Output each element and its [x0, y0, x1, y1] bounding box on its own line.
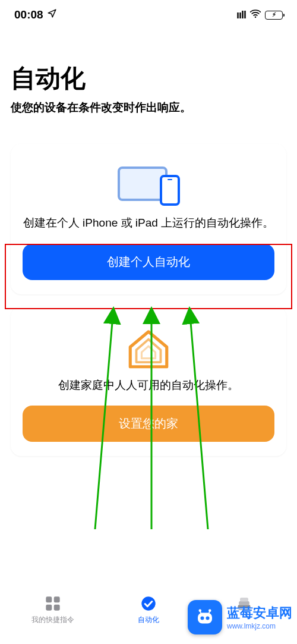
status-bar: 00:08 ııll ⚡︎: [0, 0, 297, 27]
shortcuts-icon: [44, 595, 62, 612]
devices-icon: [23, 161, 274, 212]
battery-icon: ⚡︎: [265, 11, 283, 20]
home-icon: [23, 323, 274, 374]
svg-point-0: [255, 17, 257, 18]
wifi-icon: [249, 8, 261, 22]
setup-home-button[interactable]: 设置您的家: [23, 406, 274, 442]
status-left: 00:08: [14, 8, 57, 21]
svg-rect-3: [46, 605, 52, 611]
watermark-url: www.lmkjz.com: [227, 622, 292, 630]
content: 自动化 使您的设备在条件改变时作出响应。 创建在个人 iPhone 或 iPad…: [0, 27, 297, 588]
automation-icon: [140, 595, 157, 612]
personal-card-desc: 创建在个人 iPhone 或 iPad 上运行的自动化操作。: [23, 215, 274, 231]
tab-automation[interactable]: 自动化: [138, 595, 159, 625]
watermark-robot-icon: [188, 600, 222, 634]
status-time: 00:08: [14, 8, 43, 21]
page-subtitle: 使您的设备在条件改变时作出响应。: [11, 100, 286, 115]
tab-shortcuts[interactable]: 我的快捷指令: [31, 595, 74, 625]
page-title: 自动化: [11, 62, 286, 95]
svg-rect-4: [54, 605, 60, 611]
home-automation-card: 创建家庭中人人可用的自动化操作。 设置您的家: [11, 306, 286, 457]
create-personal-automation-button[interactable]: 创建个人自动化: [23, 244, 274, 280]
location-icon: [47, 8, 57, 21]
svg-point-14: [206, 617, 210, 620]
svg-point-13: [201, 617, 204, 620]
svg-point-5: [141, 596, 155, 610]
watermark: 蓝莓安卓网 www.lmkjz.com: [188, 600, 297, 634]
status-right: ııll ⚡︎: [236, 8, 283, 22]
tab-automation-label: 自动化: [138, 615, 159, 625]
cellular-signal-icon: ııll: [236, 9, 246, 21]
home-card-desc: 创建家庭中人人可用的自动化操作。: [23, 378, 274, 393]
personal-automation-card: 创建在个人 iPhone 或 iPad 上运行的自动化操作。 创建个人自动化: [11, 144, 286, 294]
watermark-title: 蓝莓安卓网: [227, 604, 292, 622]
tab-shortcuts-label: 我的快捷指令: [31, 615, 74, 625]
svg-rect-2: [54, 596, 60, 602]
svg-rect-12: [198, 613, 212, 624]
svg-rect-1: [46, 596, 52, 602]
